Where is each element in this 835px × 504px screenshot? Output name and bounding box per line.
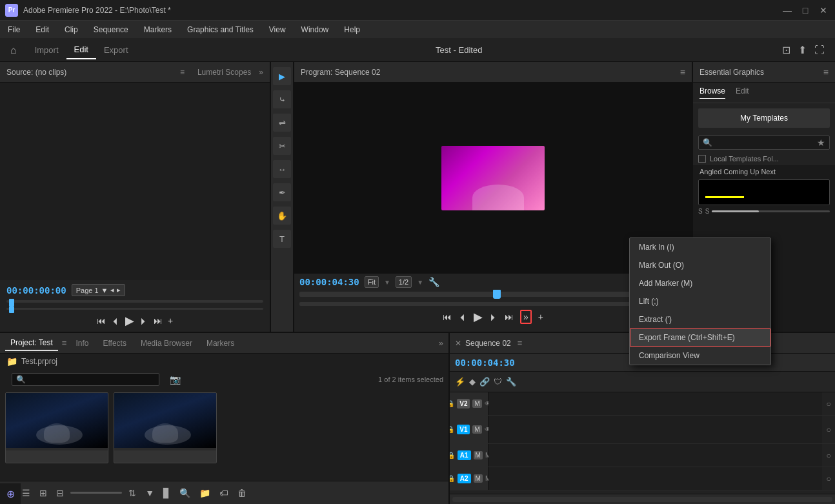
go-to-in-btn[interactable]: ⏮	[97, 316, 106, 326]
settings-wrench-icon[interactable]: 🔧	[428, 277, 439, 287]
seq-scroll-track[interactable]	[452, 497, 832, 502]
sort-icon[interactable]: ⇅	[126, 487, 139, 499]
eg-browse-tab[interactable]: Browse	[699, 86, 725, 99]
project-search[interactable]: 🔍	[12, 373, 159, 386]
media-browser-tab[interactable]: Media Browser	[136, 336, 197, 350]
maximize-button[interactable]: □	[799, 5, 812, 15]
effects-tab[interactable]: Effects	[97, 336, 131, 350]
prog-play-btn[interactable]: ▶	[474, 310, 483, 324]
pen-tool[interactable]: ✒	[273, 183, 291, 201]
slip-tool[interactable]: ↔	[273, 160, 291, 178]
window-controls[interactable]: — □ ✕	[781, 5, 830, 15]
fit-selector[interactable]: Fit	[365, 276, 379, 288]
seq-menu-icon[interactable]: ≡	[518, 338, 523, 348]
source-page-prev[interactable]: ◂	[110, 286, 114, 294]
track-select-tool[interactable]: ⤷	[273, 90, 291, 108]
menu-graphics[interactable]: Graphics and Titles	[185, 24, 256, 35]
ratio-selector[interactable]: 1/2	[396, 276, 412, 288]
template-slider[interactable]	[712, 210, 830, 212]
eg-menu-icon[interactable]: ≡	[823, 67, 829, 77]
menu-edit[interactable]: Edit	[33, 24, 52, 35]
play-btn[interactable]: ▶	[125, 314, 134, 328]
markers-tab[interactable]: Markers	[201, 336, 239, 350]
minimize-button[interactable]: —	[781, 5, 794, 15]
program-scrubbar[interactable]	[299, 292, 687, 297]
tab-export[interactable]: Export	[96, 41, 136, 59]
zoom-slider[interactable]	[70, 492, 122, 494]
label-btn[interactable]: 🏷	[217, 487, 231, 499]
prog-go-out-btn[interactable]: ⏭	[505, 312, 514, 322]
ctx-add-marker[interactable]: Add Marker (M)	[630, 274, 770, 292]
eg-star-icon[interactable]: ★	[817, 137, 825, 148]
delete-btn[interactable]: 🗑	[235, 487, 249, 499]
my-templates-button[interactable]: My Templates	[698, 108, 830, 128]
menu-file[interactable]: File	[5, 24, 23, 35]
freeform-btn[interactable]: ⊟	[54, 487, 66, 499]
project-tab[interactable]: Project: Test	[5, 336, 58, 351]
local-templates-checkbox[interactable]	[698, 155, 706, 163]
prog-step-back-btn[interactable]: ⏴	[458, 312, 467, 322]
captions-icon[interactable]: ⊡	[782, 44, 790, 56]
ctx-mark-in[interactable]: Mark In (I)	[630, 238, 770, 256]
menu-window[interactable]: Window	[299, 24, 332, 35]
fast-forward-highlighted-btn[interactable]: »	[520, 310, 532, 324]
prog-step-forward-btn[interactable]: ⏵	[489, 312, 498, 322]
a2-lock-icon[interactable]: 🔒	[450, 475, 455, 482]
fullscreen-icon[interactable]: ⛶	[814, 45, 825, 56]
v1-lock-icon[interactable]: 🔒	[450, 426, 454, 433]
home-icon[interactable]: ⌂	[10, 45, 17, 56]
ctx-mark-out[interactable]: Mark Out (O)	[630, 256, 770, 274]
info-tab[interactable]: Info	[70, 336, 94, 350]
project-thumb-2[interactable]	[114, 392, 217, 463]
icon-view-btn[interactable]: ⊞	[37, 487, 50, 499]
hand-tool[interactable]: ✋	[273, 207, 291, 225]
menu-sequence[interactable]: Sequence	[91, 24, 131, 35]
ctx-export-frame[interactable]: Export Frame (Ctrl+Shift+E)	[630, 328, 770, 347]
proj-search-icon[interactable]: 🔍	[177, 487, 193, 499]
ctx-comparison-view[interactable]: Comparison View	[630, 347, 770, 365]
sort-dropdown[interactable]: ▼	[143, 487, 157, 499]
insert-btn[interactable]: +	[168, 316, 173, 326]
selection-tool[interactable]: ▶	[273, 67, 291, 85]
a2-circle-btn[interactable]: ○	[822, 472, 835, 485]
list-view-btn[interactable]: ☰	[19, 487, 33, 499]
ctx-extract[interactable]: Extract (')	[630, 310, 770, 328]
program-panel-menu[interactable]: ≡	[680, 67, 685, 77]
source-page-selector[interactable]: Page 1 ▼ ◂ ▸	[72, 284, 126, 296]
v1-circle-btn[interactable]: ○	[822, 423, 835, 436]
seq-scrollbar[interactable]	[450, 494, 835, 504]
menu-clip[interactable]: Clip	[62, 24, 81, 35]
ctx-lift[interactable]: Lift (;)	[630, 292, 770, 310]
source-scrubbar-handle[interactable]	[9, 299, 14, 307]
prog-add-btn[interactable]: +	[538, 312, 543, 322]
source-scrubbar[interactable]	[6, 300, 263, 303]
seq-wrench-icon[interactable]: 🔧	[506, 377, 516, 387]
v2-circle-btn[interactable]: ○	[822, 398, 835, 410]
project-search-input[interactable]	[26, 376, 155, 383]
seq-close-icon[interactable]: ✕	[455, 339, 461, 348]
project-thumb-1[interactable]	[5, 392, 108, 463]
step-forward-btn[interactable]: ⏵	[139, 316, 148, 326]
stacked-bars-icon[interactable]: ▊	[161, 487, 173, 499]
a1-circle-btn[interactable]: ○	[822, 449, 835, 462]
folder-btn[interactable]: 📁	[197, 487, 213, 499]
menu-view[interactable]: View	[267, 24, 288, 35]
seq-shield-icon[interactable]: 🛡	[494, 377, 502, 387]
razor-tool[interactable]: ✂	[273, 137, 291, 155]
tab-edit[interactable]: Edit	[66, 41, 96, 59]
step-back-btn[interactable]: ⏴	[111, 316, 120, 326]
track-v2-area[interactable]	[488, 392, 822, 415]
project-expand-icon[interactable]: »	[439, 338, 443, 348]
project-camera-icon[interactable]: 📷	[170, 374, 181, 385]
seq-snap-icon[interactable]: ⚡	[455, 377, 465, 387]
eg-search-input[interactable]	[715, 139, 814, 146]
go-to-out-btn[interactable]: ⏭	[154, 316, 163, 326]
track-a2-area[interactable]	[488, 467, 822, 490]
eg-edit-tab[interactable]: Edit	[736, 86, 749, 99]
seq-linked-icon[interactable]: 🔗	[479, 377, 490, 387]
a1-lock-icon[interactable]: 🔒	[450, 452, 455, 459]
eg-search-row[interactable]: 🔍 ★	[698, 136, 830, 150]
type-tool[interactable]: T	[273, 230, 291, 248]
project-menu-icon[interactable]: ≡	[62, 338, 67, 348]
ripple-edit-tool[interactable]: ⇌	[273, 114, 291, 132]
